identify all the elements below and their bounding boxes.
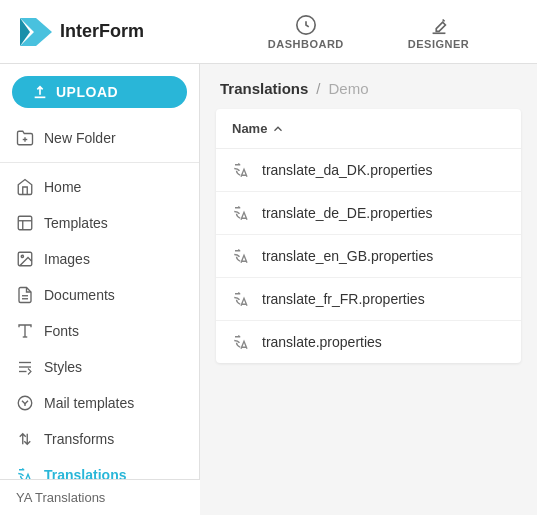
svg-rect-5	[18, 216, 32, 230]
sidebar-item-mail-templates[interactable]: Mail templates	[0, 385, 199, 421]
header: InterForm DASHBOARD DESIGNER	[0, 0, 537, 64]
mail-icon	[16, 394, 34, 412]
templates-icon	[16, 214, 34, 232]
logo-text: InterForm	[60, 21, 144, 42]
nav-items: DASHBOARD DESIGNER	[216, 10, 521, 54]
upload-button[interactable]: UPLOAD	[12, 76, 187, 108]
sidebar-item-templates[interactable]: Templates	[0, 205, 199, 241]
sidebar: UPLOAD New Folder Home	[0, 64, 200, 515]
file-list-card: Name translate_da_DK.properties translat…	[216, 109, 521, 363]
documents-icon	[16, 286, 34, 304]
file-list-header: Name	[216, 109, 521, 149]
content-area: Translations / Demo Name translate_da_DK…	[200, 64, 537, 515]
sidebar-item-new-folder[interactable]: New Folder	[0, 120, 199, 156]
sidebar-item-home[interactable]: Home	[0, 169, 199, 205]
images-icon	[16, 250, 34, 268]
file-row[interactable]: translate_en_GB.properties	[216, 235, 521, 278]
new-folder-icon	[16, 129, 34, 147]
styles-icon	[16, 358, 34, 376]
upload-icon	[32, 84, 48, 100]
file-row[interactable]: translate_de_DE.properties	[216, 192, 521, 235]
translation-file-icon	[232, 290, 250, 308]
designer-icon	[428, 14, 450, 36]
fonts-icon	[16, 322, 34, 340]
translation-file-icon	[232, 333, 250, 351]
sidebar-item-images[interactable]: Images	[0, 241, 199, 277]
transforms-icon	[16, 430, 34, 448]
file-row[interactable]: translate.properties	[216, 321, 521, 363]
sort-asc-icon	[271, 122, 285, 136]
translation-file-icon	[232, 247, 250, 265]
main-layout: UPLOAD New Folder Home	[0, 64, 537, 515]
breadcrumb: Translations / Demo	[200, 64, 537, 109]
svg-point-9	[21, 255, 23, 257]
sidebar-item-fonts[interactable]: Fonts	[0, 313, 199, 349]
file-row[interactable]: translate_fr_FR.properties	[216, 278, 521, 321]
nav-dashboard[interactable]: DASHBOARD	[260, 10, 352, 54]
logo-area: InterForm	[16, 14, 216, 50]
translation-file-icon	[232, 204, 250, 222]
translation-file-icon	[232, 161, 250, 179]
home-icon	[16, 178, 34, 196]
breadcrumb-root[interactable]: Translations	[220, 80, 308, 97]
nav-designer[interactable]: DESIGNER	[400, 10, 477, 54]
footer-hint: YA Translations	[0, 479, 200, 515]
breadcrumb-current: Demo	[329, 80, 369, 97]
file-row[interactable]: translate_da_DK.properties	[216, 149, 521, 192]
logo-icon	[16, 14, 52, 50]
sidebar-item-styles[interactable]: Styles	[0, 349, 199, 385]
dashboard-icon	[295, 14, 317, 36]
breadcrumb-separator: /	[316, 80, 320, 97]
sidebar-item-documents[interactable]: Documents	[0, 277, 199, 313]
sidebar-item-transforms[interactable]: Transforms	[0, 421, 199, 457]
